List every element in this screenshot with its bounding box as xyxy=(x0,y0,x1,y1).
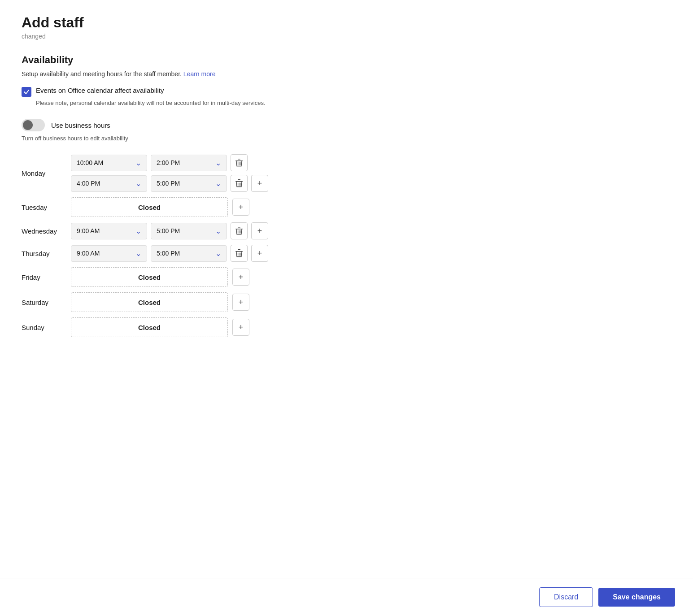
start-time-monday-1[interactable]: 4:00 PM⌄ xyxy=(71,175,147,192)
end-time-monday-1[interactable]: 5:00 PM⌄ xyxy=(151,175,227,192)
closed-box-tuesday: Closed xyxy=(71,197,228,217)
start-time-thursday-0[interactable]: 9:00 AM⌄ xyxy=(71,245,147,262)
day-label-monday: Monday xyxy=(22,169,66,177)
svg-rect-16 xyxy=(238,249,240,250)
slot-row-wednesday-0: 9:00 AM⌄5:00 PM⌄+ xyxy=(71,222,268,239)
delete-slot-btn-monday-0[interactable] xyxy=(231,154,248,171)
add-slot-btn-thursday[interactable]: + xyxy=(251,245,268,262)
add-slot-btn-monday[interactable]: + xyxy=(251,175,268,192)
closed-box-sunday: Closed xyxy=(71,317,228,337)
delete-slot-btn-thursday-0[interactable] xyxy=(231,245,248,262)
discard-button[interactable]: Discard xyxy=(539,587,593,607)
end-time-monday-0[interactable]: 2:00 PM⌄ xyxy=(151,155,227,171)
calendar-note: Please note, personal calendar availabil… xyxy=(22,100,382,106)
add-slot-btn-wednesday[interactable]: + xyxy=(251,222,268,239)
footer-bar: Discard Save changes xyxy=(0,578,693,616)
subtitle-changed: changed xyxy=(22,33,382,40)
time-slots-monday: 10:00 AM⌄2:00 PM⌄4:00 PM⌄5:00 PM⌄+ xyxy=(71,154,268,192)
business-hours-note: Turn off business hours to edit availabi… xyxy=(22,135,382,142)
availability-section-title: Availability xyxy=(22,54,382,66)
day-label-tuesday: Tuesday xyxy=(22,204,66,211)
closed-box-saturday: Closed xyxy=(71,292,228,312)
day-row-monday: Monday10:00 AM⌄2:00 PM⌄4:00 PM⌄5:00 PM⌄+ xyxy=(22,154,382,192)
add-slot-btn-saturday[interactable]: + xyxy=(232,294,249,311)
office-calendar-label: Events on Office calendar affect availab… xyxy=(36,87,164,94)
start-time-monday-0[interactable]: 10:00 AM⌄ xyxy=(71,155,147,171)
end-time-wednesday-0[interactable]: 5:00 PM⌄ xyxy=(151,223,227,239)
day-label-sunday: Sunday xyxy=(22,324,66,331)
day-row-thursday: Thursday9:00 AM⌄5:00 PM⌄+ xyxy=(22,245,382,262)
add-slot-btn-friday[interactable]: + xyxy=(232,269,249,286)
day-row-sunday: SundayClosed+ xyxy=(22,317,382,337)
add-slot-btn-sunday[interactable]: + xyxy=(232,319,249,336)
delete-slot-btn-wednesday-0[interactable] xyxy=(231,222,248,239)
business-hours-toggle-row: Use business hours xyxy=(22,119,382,131)
day-row-tuesday: TuesdayClosed+ xyxy=(22,197,382,217)
start-time-wednesday-0[interactable]: 9:00 AM⌄ xyxy=(71,223,147,239)
availability-grid: Monday10:00 AM⌄2:00 PM⌄4:00 PM⌄5:00 PM⌄+… xyxy=(22,154,382,337)
save-changes-button[interactable]: Save changes xyxy=(598,588,675,607)
svg-rect-1 xyxy=(238,159,240,160)
office-calendar-checkbox-row: Events on Office calendar affect availab… xyxy=(22,87,382,97)
office-calendar-checkbox[interactable] xyxy=(22,87,31,97)
slot-row-monday-0: 10:00 AM⌄2:00 PM⌄ xyxy=(71,154,268,171)
delete-slot-btn-monday-1[interactable] xyxy=(231,175,248,192)
page-title: Add staff xyxy=(22,14,382,31)
add-slot-btn-tuesday[interactable]: + xyxy=(232,199,249,216)
availability-description: Setup availability and meeting hours for… xyxy=(22,70,382,78)
end-time-thursday-0[interactable]: 5:00 PM⌄ xyxy=(151,245,227,262)
time-slots-wednesday: 9:00 AM⌄5:00 PM⌄+ xyxy=(71,222,268,239)
day-label-saturday: Saturday xyxy=(22,299,66,306)
day-row-friday: FridayClosed+ xyxy=(22,267,382,287)
day-label-wednesday: Wednesday xyxy=(22,227,66,235)
day-label-thursday: Thursday xyxy=(22,250,66,257)
learn-more-link[interactable]: Learn more xyxy=(183,70,216,78)
slot-row-monday-1: 4:00 PM⌄5:00 PM⌄+ xyxy=(71,175,268,192)
day-row-saturday: SaturdayClosed+ xyxy=(22,292,382,312)
slot-row-thursday-0: 9:00 AM⌄5:00 PM⌄+ xyxy=(71,245,268,262)
day-label-friday: Friday xyxy=(22,273,66,281)
day-row-wednesday: Wednesday9:00 AM⌄5:00 PM⌄+ xyxy=(22,222,382,239)
svg-rect-11 xyxy=(238,227,240,228)
business-hours-label: Use business hours xyxy=(51,121,110,129)
business-hours-toggle[interactable] xyxy=(22,119,45,131)
svg-rect-6 xyxy=(238,179,240,180)
page-container: Add staff changed Availability Setup ava… xyxy=(0,0,404,391)
time-slots-thursday: 9:00 AM⌄5:00 PM⌄+ xyxy=(71,245,268,262)
closed-box-friday: Closed xyxy=(71,267,228,287)
toggle-knob xyxy=(23,120,33,130)
